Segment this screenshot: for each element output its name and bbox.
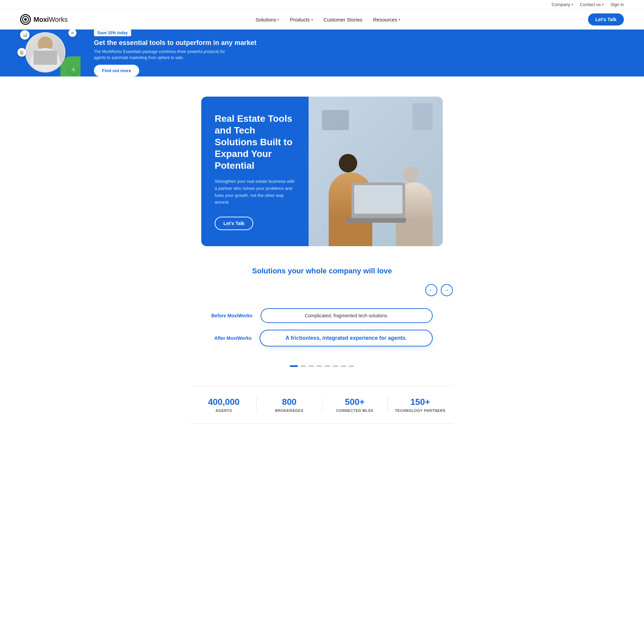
contact-chevron-icon: ▾ <box>602 3 604 6</box>
hero-card: Real Estate Tools and Tech Solutions Bui… <box>201 97 309 246</box>
banner-description: The MoxiWorks Essentials package combine… <box>94 49 235 61</box>
banner-bubble-1: 📊 <box>20 30 30 40</box>
banner-image: 📊 🏠 $ ✉ <box>20 30 80 76</box>
dot-8[interactable] <box>349 365 354 367</box>
dot-3[interactable] <box>309 365 314 367</box>
stat-mls-number: 500+ <box>329 397 381 407</box>
stat-brokerages-label: BROKERAGES <box>263 409 315 413</box>
hero-image <box>309 97 443 246</box>
stat-agents: 400,000 AGENTS <box>191 397 257 413</box>
nav-cta-button[interactable]: Let's Talk <box>588 13 624 25</box>
hero-title: Real Estate Tools and Tech Solutions Bui… <box>215 113 295 171</box>
main-nav: MoxiWorks Solutions ▾ Products ▾ Custome… <box>0 9 644 30</box>
nav-resources[interactable]: Resources ▾ <box>373 17 400 22</box>
stat-brokerages-number: 800 <box>263 397 315 407</box>
stat-mls-label: CONNECTED MLSs <box>329 409 381 413</box>
company-menu[interactable]: Company ▾ <box>551 2 573 7</box>
contact-us-link[interactable]: Contact us ▾ <box>580 2 604 7</box>
carousel-dots <box>191 360 453 372</box>
banner-bubble-4: ✉ <box>68 30 76 37</box>
contact-label: Contact us <box>580 2 601 7</box>
banner-bubble-3: $ <box>69 65 78 74</box>
after-label: After MoxiWorks <box>211 335 252 341</box>
nav-links: Solutions ▾ Products ▾ Customer Stories … <box>256 17 400 22</box>
nav-solutions[interactable]: Solutions ▾ <box>256 17 279 22</box>
signin-label: Sign in <box>610 2 624 7</box>
hero-description: Strengthen your real estate business wit… <box>215 178 295 206</box>
carousel-controls: ← → <box>191 284 453 296</box>
solutions-section: Solutions your whole company will love ←… <box>171 260 473 386</box>
svg-point-1 <box>24 18 27 21</box>
dot-1[interactable] <box>290 365 298 367</box>
before-text: Complicated, fragmented tech solutions. <box>261 308 433 323</box>
after-text: A frictionless, integrated experience fo… <box>260 330 433 346</box>
top-bar: Company ▾ Contact us ▾ Sign in <box>0 0 644 9</box>
stat-brokerages: 800 BROKERAGES <box>257 397 322 413</box>
logo-icon <box>20 14 31 25</box>
company-label: Company <box>551 2 570 7</box>
banner-bubble-2: 🏠 <box>17 48 26 57</box>
carousel-next-button[interactable]: → <box>441 284 453 296</box>
before-label: Before MoxiWorks <box>211 313 253 318</box>
solutions-chevron-icon: ▾ <box>277 18 279 21</box>
hero-cta-button[interactable]: Let's Talk <box>215 217 253 230</box>
dot-5[interactable] <box>325 365 330 367</box>
compare-section: Before MoxiWorks Complicated, fragmented… <box>191 302 453 360</box>
banner-title: Get the essential tools to outperform in… <box>94 39 624 47</box>
nav-customer-stories[interactable]: Customer Stories <box>324 17 363 22</box>
company-chevron-icon: ▾ <box>572 3 573 6</box>
stat-agents-label: AGENTS <box>198 409 250 413</box>
dot-2[interactable] <box>301 365 306 367</box>
dot-4[interactable] <box>317 365 322 367</box>
stat-mls: 500+ CONNECTED MLSs <box>322 397 388 413</box>
dot-7[interactable] <box>341 365 346 367</box>
nav-products[interactable]: Products ▾ <box>290 17 313 22</box>
resources-chevron-icon: ▾ <box>398 18 400 21</box>
hero-section: Real Estate Tools and Tech Solutions Bui… <box>171 76 473 260</box>
products-chevron-icon: ▾ <box>311 18 313 21</box>
stat-partners: 150+ TECHNOLOGY PARTNERS <box>388 397 453 413</box>
logo-text: MoxiWorks <box>34 16 68 23</box>
banner-content: Save 10% today Get the essential tools t… <box>94 30 624 76</box>
find-out-more-button[interactable]: Find out more <box>94 65 139 76</box>
sign-in-link[interactable]: Sign in <box>610 2 624 7</box>
stat-agents-number: 400,000 <box>198 397 250 407</box>
logo[interactable]: MoxiWorks <box>20 14 68 25</box>
stat-partners-number: 150+ <box>394 397 446 407</box>
dot-6[interactable] <box>333 365 338 367</box>
solutions-title: Solutions your whole company will love <box>191 266 453 276</box>
promo-banner: 📊 🏠 $ ✉ Save 10% today Get the essential… <box>0 30 644 76</box>
after-row: After MoxiWorks A frictionless, integrat… <box>211 330 433 346</box>
carousel-prev-button[interactable]: ← <box>425 284 437 296</box>
banner-badge: Save 10% today <box>94 30 131 36</box>
stat-partners-label: TECHNOLOGY PARTNERS <box>394 409 446 413</box>
before-row: Before MoxiWorks Complicated, fragmented… <box>211 308 433 323</box>
stats-section: 400,000 AGENTS 800 BROKERAGES 500+ CONNE… <box>191 386 453 424</box>
